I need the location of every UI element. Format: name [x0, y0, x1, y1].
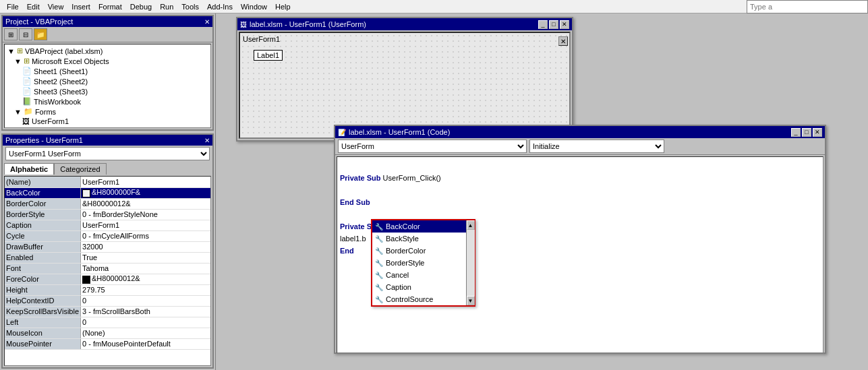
ac-item-caption[interactable]: 🔧 Caption: [372, 281, 474, 293]
project-close-btn[interactable]: ✕: [204, 18, 210, 26]
backcolor-swatch: [82, 189, 90, 197]
forecolor-swatch: [82, 276, 90, 284]
ac-scroll-down-btn[interactable]: ▼: [467, 296, 475, 305]
userform-titlebar: 🖼 label.xlsm - UserForm1 (UserForm) _ □ …: [237, 18, 572, 30]
prop-row-height[interactable]: Height 279.75: [5, 284, 210, 295]
props-header: UserForm1 UserForm: [3, 146, 212, 162]
menu-view[interactable]: View: [44, 1, 68, 12]
code-line-3: [340, 184, 820, 196]
tab-categorized[interactable]: Categorized: [54, 163, 106, 175]
toolbar-btn-2[interactable]: ⊟: [19, 28, 32, 40]
search-input[interactable]: [747, 0, 868, 13]
properties-title: Properties - UserForm1: [5, 136, 83, 144]
toolbar-btn-1[interactable]: ⊞: [4, 28, 18, 40]
prop-row-enabled[interactable]: Enabled True: [5, 252, 210, 263]
ac-item-borderstyle[interactable]: 🔧 BorderStyle: [372, 257, 474, 269]
tree-item-userform1[interactable]: 🖼 UserForm1: [6, 117, 209, 126]
ac-scroll-track: [467, 230, 475, 296]
ac-item-bordercolor[interactable]: 🔧 BorderColor: [372, 245, 474, 257]
menu-run[interactable]: Run: [156, 1, 177, 12]
expand-icon-2: ▼: [14, 57, 22, 65]
autocomplete-scrollbar: ▲ ▼: [466, 220, 474, 305]
tree-item-sheet1[interactable]: 📄 Sheet1 (Sheet1): [6, 66, 209, 76]
menu-window[interactable]: Window: [237, 1, 271, 12]
ac-item-controlsource[interactable]: 🔧 ControlSource: [372, 293, 474, 305]
tree-item-sheet3[interactable]: 📄 Sheet3 (Sheet3): [6, 86, 209, 96]
autocomplete-dropdown: 🔧 BackColor 🔧 BackStyle 🔧 BorderColor: [371, 219, 475, 307]
prop-row-cycle[interactable]: Cycle 0 - fmCycleAllForms: [5, 230, 210, 241]
menu-bar: File Edit View Insert Format Debug Run T…: [0, 0, 868, 13]
prop-row-bordercolor[interactable]: BorderColor &H80000012&: [5, 198, 210, 209]
menu-addins[interactable]: Add-Ins: [203, 1, 237, 12]
prop-row-helpcontextid[interactable]: HelpContextID 0: [5, 295, 210, 306]
menu-file[interactable]: File: [3, 1, 23, 12]
project-title: Project - VBAProject: [5, 18, 73, 26]
prop-row-borderstyle[interactable]: BorderStyle 0 - fmBorderStyleNone: [5, 209, 210, 220]
project-titlebar: Project - VBAProject ✕: [3, 16, 212, 27]
prop-row-left[interactable]: Left 0: [5, 317, 210, 328]
ac-scroll-up-btn[interactable]: ▲: [467, 220, 475, 230]
menu-tools[interactable]: Tools: [177, 1, 203, 12]
tree-item-vbaproject[interactable]: ▼ ⊞ VBAProject (label.xlsm): [6, 46, 209, 56]
menu-format[interactable]: Format: [94, 1, 126, 12]
prop-row-caption[interactable]: Caption UserForm1: [5, 220, 210, 230]
prop-row-drawbuffer[interactable]: DrawBuffer 32000: [5, 241, 210, 252]
form-caption: UserForm1: [243, 35, 280, 43]
ac-item-backcolor[interactable]: 🔧 BackColor: [372, 220, 474, 233]
props-object-dropdown[interactable]: UserForm1 UserForm: [5, 147, 210, 160]
props-tabs: Alphabetic Categorized: [3, 162, 212, 175]
expand-icon-forms: ▼: [14, 108, 22, 116]
ac-icon-backcolor: 🔧: [374, 222, 384, 231]
code-window: 📝 label.xlsm - UserForm1 (Code) _ □ ✕ Us…: [334, 125, 826, 354]
code-minimize-btn[interactable]: _: [791, 128, 801, 137]
userform-minimize-btn[interactable]: _: [538, 20, 548, 29]
toolbar-btn-folder[interactable]: 📁: [34, 28, 47, 40]
ac-icon-borderstyle: 🔧: [374, 258, 384, 268]
code-titlebar-buttons: _ □ ✕: [791, 128, 822, 137]
expand-icon: ▼: [7, 47, 15, 55]
code-title-icon: 📝: [338, 129, 346, 136]
tree-item-sheet2[interactable]: 📄 Sheet2 (Sheet2): [6, 76, 209, 86]
tree-item-excel-objects[interactable]: ▼ ⊞ Microsoft Excel Objects: [6, 56, 209, 66]
properties-close-btn[interactable]: ✕: [204, 137, 210, 144]
prop-row-mouseicon[interactable]: MouseIcon (None): [5, 328, 210, 338]
properties-table: (Name) UserForm1 BackColor &H8000000F& B…: [4, 176, 211, 366]
code-maximize-btn[interactable]: □: [802, 128, 811, 137]
ac-icon-bordercolor: 🔧: [374, 246, 384, 255]
right-area: 🖼 label.xlsm - UserForm1 (UserForm) _ □ …: [216, 13, 868, 370]
code-window-title: label.xlsm - UserForm1 (Code): [349, 128, 450, 136]
userform-maximize-btn[interactable]: □: [549, 20, 558, 29]
code-titlebar: 📝 label.xlsm - UserForm1 (Code) _ □ ✕: [335, 126, 825, 138]
code-close-btn[interactable]: ✕: [813, 128, 822, 137]
userform-close-btn[interactable]: ✕: [560, 20, 569, 29]
ac-icon-caption: 🔧: [374, 282, 384, 292]
ac-icon-controlsource: 🔧: [374, 295, 384, 304]
menu-insert[interactable]: Insert: [67, 1, 94, 12]
code-line-4: End Sub: [340, 196, 820, 208]
menu-help[interactable]: Help: [271, 1, 295, 12]
properties-titlebar: Properties - UserForm1 ✕: [3, 135, 212, 146]
code-procedure-dropdown[interactable]: Initialize: [529, 140, 664, 153]
form-close-x[interactable]: ✕: [558, 36, 568, 46]
ac-icon-cancel: 🔧: [374, 270, 384, 280]
ac-item-cancel[interactable]: 🔧 Cancel: [372, 269, 474, 281]
code-toolbar: UserForm Initialize: [335, 138, 825, 155]
project-panel: Project - VBAProject ✕ ⊞ ⊟ 📁 ▼ ⊞ VBAProj…: [1, 15, 214, 131]
code-content-area[interactable]: Private Sub UserForm_Click() End Sub Pri…: [337, 156, 823, 353]
prop-row-mousepointer[interactable]: MousePointer 0 - fmMousePointerDefault: [5, 338, 210, 349]
properties-panel: Properties - UserForm1 ✕ UserForm1 UserF…: [1, 133, 214, 369]
code-object-dropdown[interactable]: UserForm: [338, 140, 527, 153]
menu-debug[interactable]: Debug: [126, 1, 156, 12]
prop-row-forecolor[interactable]: ForeColor &H80000012&: [5, 274, 210, 284]
tree-item-thisworkbook[interactable]: 📗 ThisWorkbook: [6, 96, 209, 106]
prop-row-name[interactable]: (Name) UserForm1: [5, 177, 210, 187]
ac-item-backstyle[interactable]: 🔧 BackStyle: [372, 233, 474, 245]
userform-label: Label1: [257, 51, 279, 59]
code-line-2: Private Sub UserForm_Click(): [340, 172, 820, 184]
prop-row-keepscrollbars[interactable]: KeepScrollBarsVisible 3 - fmScrollBarsBo…: [5, 306, 210, 317]
tab-alphabetic[interactable]: Alphabetic: [4, 163, 54, 175]
prop-row-backcolor[interactable]: BackColor &H8000000F&: [5, 187, 210, 198]
tree-item-forms[interactable]: ▼ 📁 Forms: [6, 106, 209, 117]
prop-row-font[interactable]: Font Tahoma: [5, 263, 210, 274]
menu-edit[interactable]: Edit: [23, 1, 44, 12]
